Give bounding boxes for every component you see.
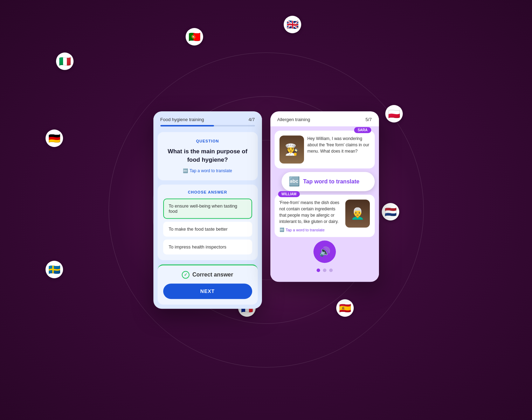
translate-icon-right: 🔤 (279, 227, 284, 232)
right-card-header: Allergen training 5/7 (270, 111, 379, 126)
check-icon: ✓ (182, 271, 189, 279)
main-container: Food hygiene training 4/7 QUESTION What … (153, 111, 379, 309)
sara-message: Hey William, I was wondering about the '… (308, 135, 370, 163)
dot-1[interactable] (317, 268, 320, 272)
progress-track (160, 125, 255, 126)
next-button[interactable]: NEXT (163, 284, 252, 299)
translate-popup[interactable]: 🔤 Tap word to translate (282, 172, 375, 191)
flag-italy: 🇮🇹 (56, 52, 74, 70)
question-text: What is the main purpose of food hygiene… (163, 147, 252, 164)
translate-hint-right[interactable]: 🔤 Tap a word to translate (279, 227, 342, 232)
question-section: QUESTION What is the main purpose of foo… (158, 132, 258, 180)
right-card-title: Allergen training (277, 117, 310, 122)
speaker-icon: 🔊 (319, 246, 330, 257)
question-label: QUESTION (163, 139, 252, 143)
answer-option-3[interactable]: To impress health inspectors (163, 239, 252, 254)
translate-popup-text: Tap word to translate (303, 178, 360, 185)
answer-option-2[interactable]: To make the food taste better (163, 222, 252, 237)
william-bubble: WILLIAM 'Free-from' means the dish does … (275, 195, 375, 237)
answers-section: CHOOSE ANSWER To ensure well-being when … (158, 184, 258, 260)
william-text-side: 'Free-from' means the dish does not cont… (279, 200, 342, 232)
left-card-header: Food hygiene training 4/7 (153, 111, 262, 125)
translate-icon-small: 🔤 (183, 168, 188, 173)
left-card-title: Food hygiene training (160, 117, 204, 122)
william-message: 'Free-from' means the dish does not cont… (279, 200, 342, 225)
answer-option-1[interactable]: To ensure well-being when tasting food (163, 198, 252, 219)
dot-3[interactable] (329, 268, 333, 272)
sara-avatar: 👩‍🍳 (279, 135, 304, 163)
progress-fill (160, 125, 214, 126)
flag-germany: 🇩🇪 (46, 130, 63, 147)
william-label: WILLIAM (278, 191, 300, 197)
answers-label: CHOOSE ANSWER (163, 190, 252, 194)
speaker-button[interactable]: 🔊 (313, 240, 336, 263)
right-card-content: SARA 👩‍🍳 Hey William, I was wondering ab… (270, 126, 379, 282)
dot-2[interactable] (323, 268, 326, 272)
right-card-count: 5/7 (365, 117, 372, 122)
sara-label: SARA (354, 127, 371, 133)
william-avatar: 👨‍🦳 (345, 200, 370, 227)
result-text: ✓ Correct answer (163, 271, 252, 279)
translate-icon-big: 🔤 (289, 176, 300, 187)
right-phone-card: Allergen training 5/7 SARA 👩‍🍳 Hey Willi… (270, 111, 379, 282)
flag-netherlands: 🇳🇱 (382, 203, 399, 220)
flag-portugal: 🇵🇹 (186, 28, 203, 46)
left-card-count: 4/7 (248, 117, 255, 122)
left-phone-card: Food hygiene training 4/7 QUESTION What … (153, 111, 262, 309)
result-section: ✓ Correct answer NEXT (158, 264, 258, 304)
translate-hint-left[interactable]: 🔤 Tap a word to translate (163, 168, 252, 173)
flag-poland: 🇵🇱 (385, 105, 403, 122)
sara-bubble: SARA 👩‍🍳 Hey William, I was wondering ab… (275, 131, 375, 168)
dots-row (275, 268, 375, 278)
flag-sweden: 🇸🇪 (46, 261, 63, 278)
flag-uk: 🇬🇧 (284, 16, 301, 33)
